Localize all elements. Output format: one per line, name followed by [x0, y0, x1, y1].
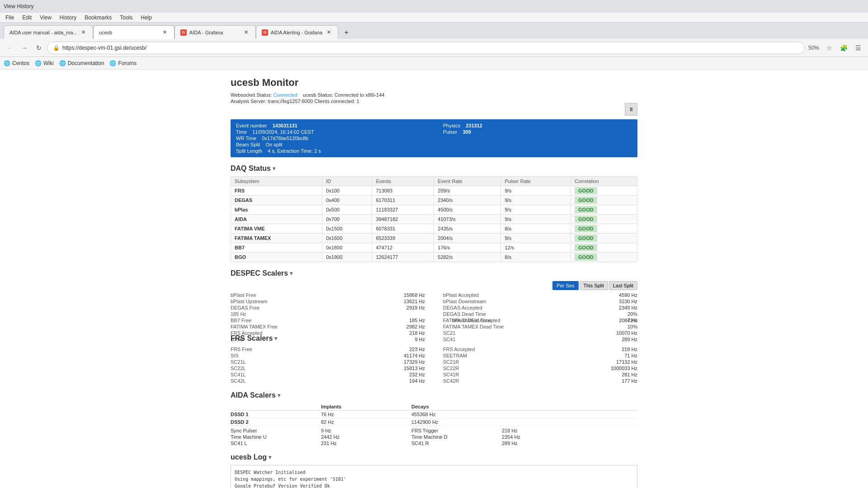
- pause-button[interactable]: ⏸: [625, 103, 637, 116]
- tab-aida-alerting-label: AIDA Alerting - Grafana: [271, 30, 322, 35]
- daq-title: DAQ Status: [231, 164, 271, 173]
- tab-aida-manual-close[interactable]: ✕: [80, 29, 87, 36]
- tab-ucesb-close[interactable]: ✕: [161, 29, 169, 36]
- daq-cell-id: 0x1800: [322, 243, 372, 253]
- daq-cell-pulser-rate: 8/s: [501, 253, 571, 262]
- aida-col-implants: Implants: [321, 404, 411, 409]
- tab-ucesb-label: ucesb: [99, 30, 112, 35]
- daq-cell-id: 0x1900: [322, 253, 372, 262]
- menu-tools[interactable]: Tools: [116, 14, 136, 22]
- aida-sc41r-value: 289 Hz: [502, 441, 592, 446]
- bookmark-centos[interactable]: 🌐 Centos: [4, 60, 29, 66]
- refresh-button[interactable]: ↻: [33, 42, 45, 54]
- menu-edit[interactable]: Edit: [19, 14, 35, 22]
- bookmark-forums[interactable]: 🌐 Forums: [109, 60, 137, 66]
- daq-cell-id: 0x1600: [322, 234, 372, 243]
- aida-dssd1: DSSD 1 76 Hz 455368 Hz: [231, 411, 637, 418]
- scaler-185hz: 185 Hz: [231, 311, 425, 317]
- this-split-button[interactable]: This Split: [580, 281, 608, 290]
- websocket-status-line: Websocket Status: Connected ucesb Status…: [231, 92, 637, 98]
- daq-chevron[interactable]: ▾: [273, 165, 275, 172]
- aida-sc41r-label: SC41 R: [411, 441, 502, 446]
- scaler-sc21: SC21 10070 Hz: [443, 330, 637, 336]
- daq-row-5: FATIMA TAMEX 0x1600 6523339 2004/s 9/s G…: [231, 234, 637, 243]
- tab-aida-alerting-favicon: G: [262, 29, 268, 36]
- daq-cell-events: 6523339: [372, 234, 434, 243]
- websocket-status-label: Websocket Status:: [231, 92, 272, 98]
- daq-cell-id: 0x1500: [322, 224, 372, 234]
- wr-time-label: WR Time: [236, 136, 256, 141]
- tab-aida-grafana[interactable]: G AIDA - Grafana ✕: [175, 25, 256, 39]
- forward-button[interactable]: →: [18, 42, 31, 54]
- frs-accepted: FRS Accepted 218 Hz: [443, 346, 637, 352]
- daq-cell-pulser-rate: 8/s: [501, 224, 571, 234]
- despec-chevron[interactable]: ▾: [290, 270, 292, 277]
- aida-dssd2: DSSD 2 82 Hz 1142900 Hz: [231, 418, 637, 426]
- aida-tmu-value: 2442 Hz: [321, 434, 411, 440]
- per-ses-button[interactable]: Per Ses: [552, 281, 578, 290]
- bookmark-star[interactable]: ☆: [823, 42, 835, 54]
- daq-cell-subsystem: BB7: [231, 243, 322, 253]
- menu-view[interactable]: View: [36, 14, 55, 22]
- time-label: Time: [236, 129, 247, 135]
- despec-section-header: DESPEC Scalers ▾: [231, 269, 637, 277]
- page-content: ucesb Monitor Websocket Status: Connecte…: [0, 70, 868, 488]
- extensions-button[interactable]: 🧩: [837, 42, 850, 54]
- daq-cell-pulser-rate: 9/s: [501, 215, 571, 224]
- bookmark-wiki[interactable]: 🌐 Wiki: [35, 60, 54, 66]
- monitor-title: ucesb Monitor: [231, 77, 637, 89]
- menu-bookmarks[interactable]: Bookmarks: [81, 14, 115, 22]
- tab-aida-alerting[interactable]: G AIDA Alerting - Grafana ✕: [256, 25, 338, 39]
- bookmark-documentation[interactable]: 🌐 Documentation: [59, 60, 104, 66]
- frs-free: FRS Free 223 Hz: [231, 346, 425, 352]
- frs-title: FRS Scalers: [231, 334, 273, 343]
- tab-aida-grafana-favicon: G: [180, 29, 187, 36]
- frs-sc41l: SC41L 232 Hz: [231, 371, 425, 378]
- aida-section-header: AIDA Scalers ▾: [231, 391, 637, 399]
- daq-col-pulser-rate: Pulser Rate: [501, 177, 571, 186]
- tab-aida-grafana-close[interactable]: ✕: [243, 29, 250, 36]
- aida-sc41l-label: SC41 L: [231, 441, 321, 446]
- menu-button[interactable]: ☰: [852, 42, 864, 54]
- daq-section-header: DAQ Status ▾: [231, 164, 637, 173]
- log-chevron[interactable]: ▾: [269, 454, 271, 460]
- tab-aida-manual[interactable]: AIDA user manual - aida_ma... ✕: [4, 25, 93, 39]
- menu-history[interactable]: History: [56, 14, 80, 22]
- tab-ucesb[interactable]: ucesb ✕: [93, 25, 175, 39]
- daq-row-0: FRS 0x100 713083 209/s 9/s GOOD: [231, 186, 637, 196]
- daq-col-subsystem: Subsystem: [231, 177, 322, 186]
- daq-cell-correlation: GOOD: [571, 253, 637, 262]
- documentation-label: Documentation: [68, 60, 104, 66]
- log-title: ucesb Log: [231, 453, 267, 461]
- aida-frs-trigger-label: FRS Trigger: [411, 428, 502, 433]
- scaler-bplast-accepted: bPlast Accepted 4590 Hz: [443, 292, 637, 298]
- tab-aida-alerting-close[interactable]: ✕: [325, 29, 332, 36]
- aida-chevron[interactable]: ▾: [278, 392, 280, 399]
- frs-sis: SIS 41174 Hz: [231, 352, 425, 359]
- nav-bar: ← → ↻ 🔒 https://despec-vm-01.gsi.de/uces…: [0, 39, 868, 57]
- daq-col-events: Events: [372, 177, 434, 186]
- last-split-button[interactable]: Last Split: [609, 281, 637, 290]
- menu-file[interactable]: File: [2, 14, 18, 22]
- daq-cell-event-rate: 2004/s: [434, 234, 501, 243]
- time-value: 11/09/2024, 16:14:02 CEST: [252, 129, 314, 135]
- address-bar[interactable]: 🔒 https://despec-vm-01.gsi.de/ucesb/: [47, 42, 805, 54]
- forums-icon: 🌐: [109, 60, 116, 66]
- back-button[interactable]: ←: [4, 42, 16, 54]
- beam-split-value: On split: [265, 142, 282, 147]
- daq-cell-id: 0x700: [322, 215, 372, 224]
- daq-cell-events: 11183327: [372, 205, 434, 215]
- scaler-bplast-upstream: bPlast Upstream 13621 Hz: [231, 298, 425, 305]
- frs-chevron[interactable]: ▾: [274, 335, 277, 342]
- daq-cell-correlation: GOOD: [571, 215, 637, 224]
- wiki-icon: 🌐: [35, 60, 42, 66]
- menu-help[interactable]: Help: [137, 14, 156, 22]
- physics-value: 231312: [466, 123, 482, 128]
- scaler-degas-free: DEGAS Free 2919 Hz: [231, 305, 425, 311]
- daq-cell-event-rate: 176/s: [434, 243, 501, 253]
- new-tab-button[interactable]: +: [340, 26, 353, 39]
- scaler-fatima-tamex-free: FATIMA TAMEX Free 2982 Hz: [231, 324, 425, 330]
- despec-title: DESPEC Scalers: [231, 269, 288, 277]
- physics-label: Physics: [443, 123, 460, 128]
- address-text: https://despec-vm-01.gsi.de/ucesb/: [62, 45, 799, 51]
